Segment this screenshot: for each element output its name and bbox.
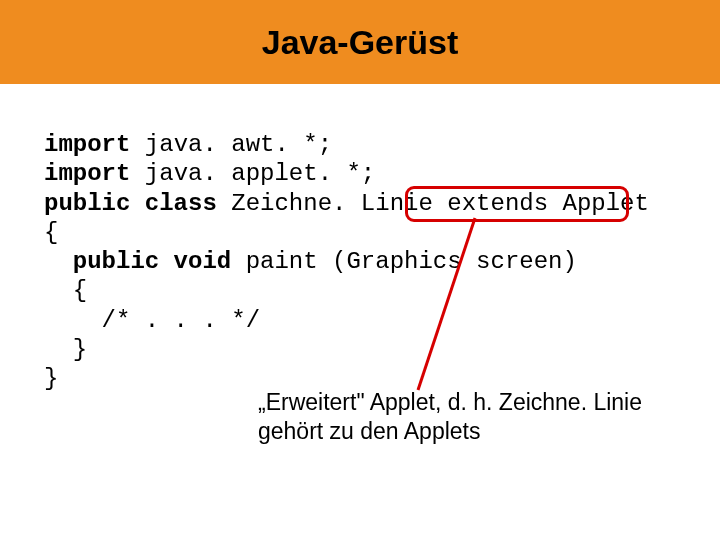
annotation-line-1: „Erweitert" Applet, d. h. Zeichne. Linie bbox=[258, 389, 642, 415]
annotation-line-2: gehört zu den Applets bbox=[258, 418, 481, 444]
code-block: import java. awt. *; import java. applet… bbox=[44, 130, 649, 393]
slide: Java-Gerüst import java. awt. *; import … bbox=[0, 0, 720, 540]
keyword-import: import bbox=[44, 160, 130, 187]
keyword-public-class: public class bbox=[44, 190, 217, 217]
highlight-box bbox=[405, 186, 629, 222]
keyword-import: import bbox=[44, 131, 130, 158]
code-text: { bbox=[44, 219, 58, 246]
code-text: java. awt. *; bbox=[130, 131, 332, 158]
slide-title: Java-Gerüst bbox=[262, 23, 459, 62]
code-text: /* . . . */ bbox=[44, 307, 260, 334]
code-text: { bbox=[44, 277, 87, 304]
annotation-text: „Erweitert" Applet, d. h. Zeichne. Linie… bbox=[258, 388, 688, 446]
keyword-public-void: public void bbox=[44, 248, 231, 275]
code-text: } bbox=[44, 365, 58, 392]
title-bar: Java-Gerüst bbox=[0, 0, 720, 84]
code-text: java. applet. *; bbox=[130, 160, 375, 187]
code-text: paint (Graphics screen) bbox=[231, 248, 577, 275]
code-text: } bbox=[44, 336, 87, 363]
